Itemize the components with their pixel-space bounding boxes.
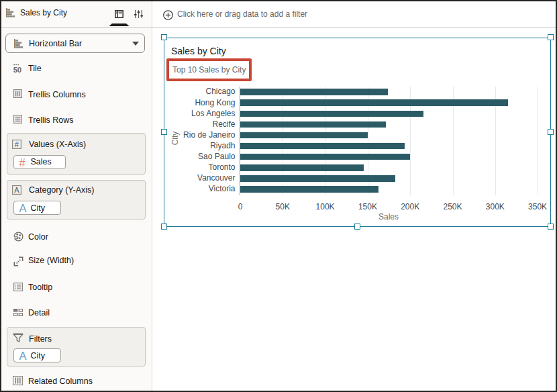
svg-text:A: A	[14, 186, 19, 194]
svg-text:#: #	[15, 140, 19, 148]
svg-text:50: 50	[13, 65, 21, 72]
